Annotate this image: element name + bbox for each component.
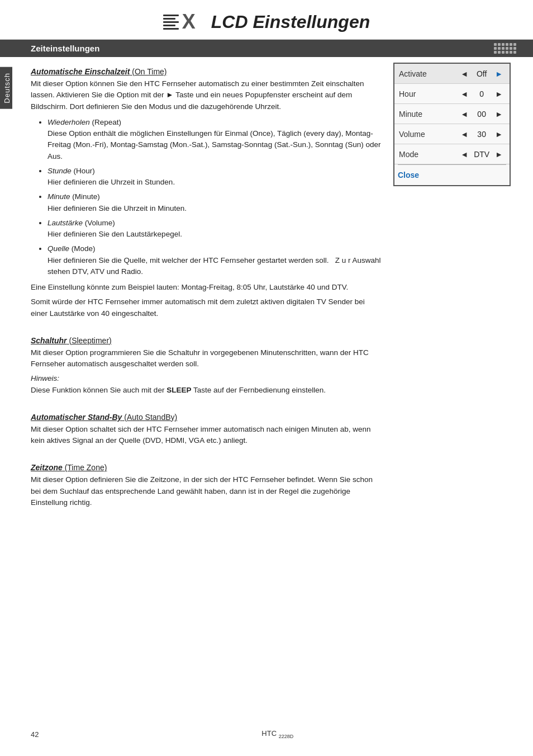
activate-row: Activate Off ► <box>394 64 510 84</box>
dot-grid <box>494 43 516 54</box>
hour-value: 0 <box>470 89 493 98</box>
volume-left-arrow[interactable] <box>458 130 470 139</box>
sleep-keyword: SLEEP <box>166 386 191 394</box>
list-item: Stunde (Hour) Hier definieren die Uhrzei… <box>47 166 382 188</box>
list-item: Minute (Minute) Hier definieren Sie die … <box>47 191 382 214</box>
settings-box: Activate Off ► Hour 0 Minute 00 Volu <box>393 63 511 186</box>
note-text: Diese Funktion können Sie auch mit der <box>31 386 164 394</box>
activate-label: Activate <box>399 69 458 78</box>
standby-text: Mit dieser Option schaltet sich der HTC … <box>31 424 382 447</box>
volume-row: Volume 30 <box>394 124 510 144</box>
mode-row: Mode DTV <box>394 144 510 164</box>
hour-row: Hour 0 <box>394 84 510 104</box>
settings-panel: Activate Off ► Hour 0 Minute 00 Volu <box>393 63 516 512</box>
list-item: Quelle (Mode) Hier definieren Sie die Qu… <box>47 243 382 277</box>
mode-label: Mode <box>399 150 458 159</box>
timezone-title: Zeitzone (Time Zone) <box>31 463 382 472</box>
note: Hinweis: Diese Funktion können Sie auch … <box>31 373 382 396</box>
list-item: Lautstärke (Volume) Hier definieren Sie … <box>47 218 382 240</box>
hour-label: Hour <box>399 89 458 98</box>
volume-right-arrow[interactable] <box>493 130 505 139</box>
activate-right-arrow[interactable]: ► <box>493 69 505 78</box>
example-text: Eine Einstellung könnte zum Beispiel lau… <box>31 282 382 293</box>
mode-right-arrow[interactable] <box>493 150 505 159</box>
bullet-list: Wiederholen (Repeat) Diese Option enthäl… <box>31 117 382 277</box>
note-label: Hinweis: <box>31 374 59 382</box>
page-header: X LCD Einstellungen <box>0 0 533 40</box>
mode-value: DTV <box>470 150 493 159</box>
volume-value: 30 <box>470 130 493 139</box>
text-content: Automatische Einschalzeit (On Time) Mit … <box>31 63 382 512</box>
auto-text: Somit würde der HTC Fernseher immer auto… <box>31 296 382 319</box>
minute-label: Minute <box>399 110 458 119</box>
footer-model: HTC 2228D <box>261 729 293 739</box>
section-header: Zeiteinstellungen <box>0 40 533 57</box>
minute-row: Minute 00 <box>394 104 510 124</box>
logo: X <box>163 10 200 34</box>
hour-right-arrow[interactable] <box>493 89 505 98</box>
minute-left-arrow[interactable] <box>458 110 470 119</box>
header-dots <box>494 43 516 54</box>
minute-right-arrow[interactable] <box>493 110 505 119</box>
note-text2: Taste auf der Fernbedienung einstellen. <box>193 386 326 394</box>
main-content: Automatische Einschalzeit (On Time) Mit … <box>0 57 533 517</box>
close-button[interactable]: Close <box>398 171 419 179</box>
sleep-text: Mit dieser Option programmieren Sie die … <box>31 347 382 370</box>
volume-label: Volume <box>399 130 458 139</box>
footer: 42 HTC 2228D <box>0 729 533 739</box>
sleep-title: Schaltuhr (Sleeptimer) <box>31 336 382 345</box>
auto-on-title: Automatische Einschalzeit (On Time) <box>31 67 382 76</box>
auto-on-text: Mit dieser Option können Sie den HTC Fer… <box>31 78 382 112</box>
section-title: Zeiteinstellungen <box>31 44 99 53</box>
minute-value: 00 <box>470 110 493 119</box>
activate-value: Off <box>470 69 493 78</box>
close-row: Close <box>394 165 510 185</box>
hour-left-arrow[interactable] <box>458 89 470 98</box>
logo-x: X <box>182 10 196 34</box>
activate-left-arrow[interactable] <box>458 69 470 78</box>
side-language-tab: Deutsch <box>0 67 12 109</box>
logo-lines <box>163 15 179 30</box>
list-item: Wiederholen (Repeat) Diese Option enthäl… <box>47 117 382 162</box>
timezone-text: Mit dieser Option definieren Sie die Zei… <box>31 474 382 508</box>
standby-title: Automatischer Stand-By (Auto StandBy) <box>31 413 382 422</box>
page-number: 42 <box>31 730 39 739</box>
mode-left-arrow[interactable] <box>458 150 470 159</box>
page-title: LCD Einstellungen <box>211 12 370 32</box>
